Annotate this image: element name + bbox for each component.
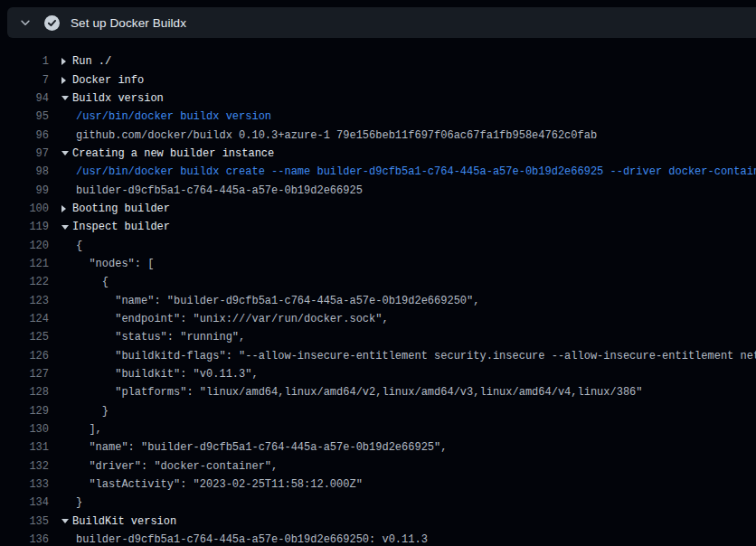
line-number[interactable]: 100 [0,202,49,215]
log-text: github.com/docker/buildx 0.10.3+azure-1 … [76,129,597,142]
line-number[interactable]: 96 [0,129,49,142]
group-title[interactable]: Run ./ [72,55,111,68]
log-line: 127 "buildkit": "v0.11.3", [0,365,756,383]
group-title[interactable]: Inspect builder [72,221,170,233]
check-circle-icon [43,14,60,31]
line-number[interactable]: 130 [0,423,49,436]
line-number[interactable]: 1 [0,55,49,68]
log-line: 119Inspect builder [0,218,756,236]
group-title[interactable]: Creating a new builder instance [72,147,274,160]
log-text: } [76,405,109,418]
log-line: 7Docker info [0,71,756,89]
log-line: 1Run ./ [0,52,756,71]
log-text: "platforms": "linux/amd64,linux/amd64/v2… [76,386,643,399]
group-title[interactable]: Booting builder [72,202,170,215]
log-text: "endpoint": "unix:///var/run/docker.sock… [76,313,389,325]
step-header[interactable]: Set up Docker Buildx [7,7,756,38]
log-line: 133 "lastActivity": "2023-02-25T11:58:12… [0,475,756,494]
line-number[interactable]: 121 [0,258,49,270]
log-text: "nodes": [ [76,258,154,270]
log-line: 132 "driver": "docker-container", [0,457,756,475]
log-line: 96github.com/docker/buildx 0.10.3+azure-… [0,126,756,144]
log-line: 99builder-d9cfb5a1-c764-445a-a57e-0b19d2… [0,181,756,199]
log-text: { [76,240,82,252]
log-text: "lastActivity": "2023-02-25T11:58:12.000… [76,478,363,491]
line-number[interactable]: 123 [0,295,49,307]
group-title[interactable]: BuildKit version [72,515,176,528]
command-text: /usr/bin/docker buildx create --name bui… [76,165,756,178]
group-title[interactable]: Buildx version [72,92,164,105]
log-line: 124 "endpoint": "unix:///var/run/docker.… [0,310,756,328]
log-text: "driver": "docker-container", [76,460,278,473]
log-text: "status": "running", [76,331,245,344]
line-number[interactable]: 125 [0,331,49,344]
log-line: 100Booting builder [0,200,756,218]
log-text: "name": "builder-d9cfb5a1-c764-445a-a57e… [76,295,479,307]
line-number[interactable]: 119 [0,221,49,233]
log-line: 125 "status": "running", [0,328,756,346]
line-number[interactable]: 97 [0,147,49,160]
line-number[interactable]: 135 [0,515,49,528]
log-lines: 1Run ./7Docker info94Buildx version95/us… [0,38,756,546]
log-text: "name": "builder-d9cfb5a1-c764-445a-a57e… [76,441,447,454]
log-line: 135BuildKit version [0,513,756,531]
log-line: 98/usr/bin/docker buildx create --name b… [0,163,756,181]
line-number[interactable]: 7 [0,74,49,87]
line-number[interactable]: 126 [0,350,49,362]
log-text: "buildkitd-flags": "--allow-insecure-ent… [76,350,756,362]
log-line: 120{ [0,236,756,254]
chevron-right-icon[interactable] [61,205,72,212]
line-number[interactable]: 124 [0,313,49,325]
step-title: Set up Docker Buildx [71,16,186,30]
log-line: 130 ], [0,420,756,438]
line-number[interactable]: 95 [0,110,49,123]
line-number[interactable]: 122 [0,276,49,288]
line-number[interactable]: 127 [0,368,49,381]
chevron-right-icon[interactable] [61,58,72,65]
log-line: 136builder-d9cfb5a1-c764-445a-a57e-0b19d… [0,531,756,546]
line-number[interactable]: 99 [0,184,49,197]
log-line: 95/usr/bin/docker buildx version [0,108,756,126]
chevron-down-icon[interactable] [61,225,72,230]
log-line: 94Buildx version [0,89,756,108]
log-text: builder-d9cfb5a1-c764-445a-a57e-0b19d2e6… [76,533,428,546]
chevron-down-icon[interactable] [61,151,72,155]
line-number[interactable]: 129 [0,405,49,418]
line-number[interactable]: 131 [0,441,49,454]
chevron-right-icon[interactable] [61,77,72,84]
log-line: 134} [0,494,756,512]
chevron-down-icon[interactable] [61,519,72,523]
log-line: 122 { [0,273,756,291]
log-line: 131 "name": "builder-d9cfb5a1-c764-445a-… [0,438,756,457]
line-number[interactable]: 132 [0,460,49,473]
line-number[interactable]: 94 [0,92,49,105]
line-number[interactable]: 133 [0,478,49,491]
log-line: 126 "buildkitd-flags": "--allow-insecure… [0,347,756,365]
log-text: ], [76,423,102,436]
chevron-down-icon[interactable] [18,15,33,30]
log-line: 129 } [0,402,756,420]
command-text: /usr/bin/docker buildx version [76,110,271,123]
line-number[interactable]: 134 [0,496,49,509]
log-text: { [76,276,109,288]
log-text: "buildkit": "v0.11.3", [76,368,259,381]
log-line: 128 "platforms": "linux/amd64,linux/amd6… [0,383,756,401]
log-line: 123 "name": "builder-d9cfb5a1-c764-445a-… [0,291,756,309]
line-number[interactable]: 128 [0,386,49,399]
log-text: builder-d9cfb5a1-c764-445a-a57e-0b19d2e6… [76,184,363,197]
log-line: 121 "nodes": [ [0,255,756,273]
chevron-down-icon[interactable] [61,96,72,100]
line-number[interactable]: 136 [0,533,49,546]
line-number[interactable]: 98 [0,165,49,178]
group-title[interactable]: Docker info [72,74,144,87]
log-line: 97Creating a new builder instance [0,145,756,163]
line-number[interactable]: 120 [0,240,49,252]
log-text: } [76,496,82,509]
